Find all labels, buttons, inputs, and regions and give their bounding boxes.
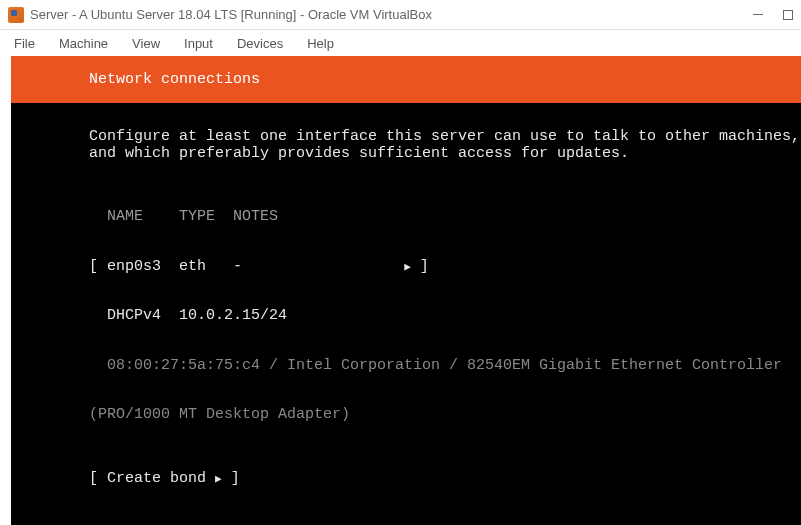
description-line-2: and which preferably provides sufficient… (89, 146, 801, 163)
description-line-1: Configure at least one interface this se… (89, 129, 801, 146)
chevron-right-icon: ▶ (404, 261, 411, 273)
window-title: Server - A Ubuntu Server 18.04 LTS [Runn… (30, 7, 751, 22)
chevron-right-icon: ▶ (215, 473, 222, 485)
interface-row[interactable]: [ enp0s3 eth - ▶ ] (89, 259, 801, 276)
col-type: TYPE (179, 208, 215, 225)
hw-info-2: (PRO/1000 MT Desktop Adapter) (89, 407, 801, 424)
menu-machine[interactable]: Machine (49, 34, 118, 53)
menu-view[interactable]: View (122, 34, 170, 53)
table-header: NAME TYPE NOTES (89, 209, 801, 226)
col-name: NAME (107, 208, 143, 225)
menu-devices[interactable]: Devices (227, 34, 293, 53)
create-bond-action[interactable]: [ Create bond ▶ ] (89, 471, 801, 488)
minimize-button[interactable] (751, 8, 765, 22)
iface-notes: - (233, 258, 242, 275)
iface-name: enp0s3 (107, 258, 161, 275)
window-controls (751, 8, 793, 22)
menu-help[interactable]: Help (297, 34, 344, 53)
dhcp-label: DHCPv4 (107, 307, 161, 324)
maximize-button[interactable] (783, 10, 793, 20)
menu-file[interactable]: File (4, 34, 45, 53)
menubar: File Machine View Input Devices Help (0, 30, 801, 56)
virtualbox-icon (8, 7, 24, 23)
window-titlebar: Server - A Ubuntu Server 18.04 LTS [Runn… (0, 0, 801, 30)
iface-type: eth (179, 258, 206, 275)
dhcp-row: DHCPv4 10.0.2.15/24 (89, 308, 801, 325)
vm-viewport[interactable]: Network connections Configure at least o… (0, 56, 801, 525)
create-bond-label: Create bond (107, 470, 206, 487)
dhcp-value: 10.0.2.15/24 (179, 307, 287, 324)
hw-info-1: 08:00:27:5a:75:c4 / Intel Corporation / … (89, 358, 801, 375)
installer-header: Network connections (11, 56, 801, 103)
vm-border-strip (0, 56, 11, 525)
col-notes: NOTES (233, 208, 278, 225)
menu-input[interactable]: Input (174, 34, 223, 53)
